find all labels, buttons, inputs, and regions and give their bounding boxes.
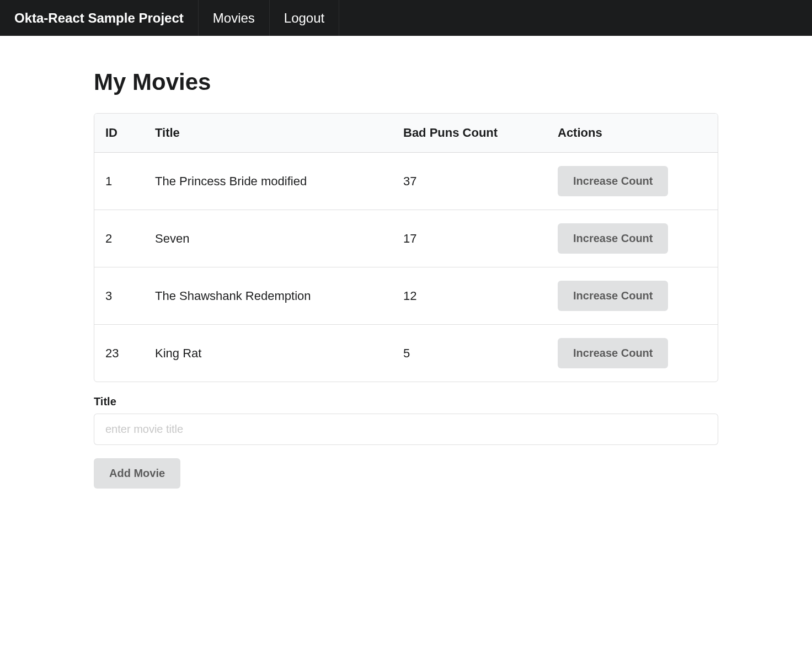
navbar-brand[interactable]: Okta-React Sample Project (0, 0, 199, 36)
movie-title-input[interactable] (94, 414, 718, 445)
nav-logout[interactable]: Logout (270, 0, 339, 36)
table-row: 2 Seven 17 Increase Count (94, 210, 718, 267)
table-row: 1 The Princess Bride modified 37 Increas… (94, 153, 718, 210)
cell-id: 1 (94, 153, 144, 210)
table-row: 3 The Shawshank Redemption 12 Increase C… (94, 267, 718, 325)
cell-puns: 37 (392, 153, 547, 210)
add-movie-form: Title Add Movie (94, 395, 718, 489)
movies-table: ID Title Bad Puns Count Actions 1 The Pr… (94, 114, 718, 382)
header-title: Title (144, 114, 392, 153)
cell-puns: 5 (392, 325, 547, 382)
cell-puns: 17 (392, 210, 547, 267)
movies-table-wrapper: ID Title Bad Puns Count Actions 1 The Pr… (94, 113, 718, 382)
increase-count-button[interactable]: Increase Count (558, 281, 668, 311)
header-puns: Bad Puns Count (392, 114, 547, 153)
cell-id: 2 (94, 210, 144, 267)
cell-actions: Increase Count (547, 153, 718, 210)
cell-actions: Increase Count (547, 210, 718, 267)
header-actions: Actions (547, 114, 718, 153)
table-row: 23 King Rat 5 Increase Count (94, 325, 718, 382)
navbar: Okta-React Sample Project Movies Logout (0, 0, 812, 36)
increase-count-button[interactable]: Increase Count (558, 223, 668, 254)
cell-actions: Increase Count (547, 267, 718, 325)
increase-count-button[interactable]: Increase Count (558, 338, 668, 368)
cell-puns: 12 (392, 267, 547, 325)
cell-id: 3 (94, 267, 144, 325)
cell-title: King Rat (144, 325, 392, 382)
cell-id: 23 (94, 325, 144, 382)
title-label: Title (94, 395, 718, 408)
nav-movies[interactable]: Movies (199, 0, 270, 36)
header-id: ID (94, 114, 144, 153)
cell-actions: Increase Count (547, 325, 718, 382)
cell-title: Seven (144, 210, 392, 267)
increase-count-button[interactable]: Increase Count (558, 166, 668, 196)
add-movie-button[interactable]: Add Movie (94, 458, 180, 489)
cell-title: The Princess Bride modified (144, 153, 392, 210)
page-title: My Movies (94, 69, 718, 95)
cell-title: The Shawshank Redemption (144, 267, 392, 325)
